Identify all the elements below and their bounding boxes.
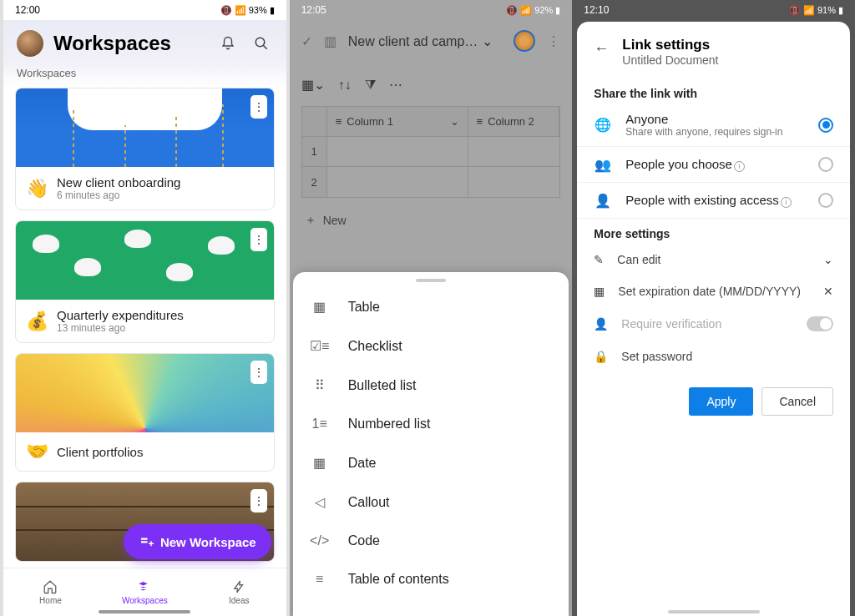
insert-table[interactable]: ▦Table: [293, 287, 569, 326]
calendar-icon: ▦: [311, 455, 328, 471]
ideas-icon: [231, 579, 246, 594]
home-indicator: [668, 610, 760, 613]
home-indicator: [99, 610, 190, 613]
info-icon[interactable]: i: [781, 197, 792, 208]
card-image: ⋮: [16, 221, 274, 300]
apply-button[interactable]: Apply: [689, 387, 753, 416]
setting-verify: 👤 Require verification: [577, 307, 850, 341]
status-bar: 12:10 📵 📶 91%▮: [572, 0, 855, 20]
card-title: Client portfolios: [57, 445, 143, 459]
insert-sheet: ▦Table ☑≡Checklist ⠿Bulleted list 1≡Numb…: [293, 272, 569, 616]
sheet-header: ← Link settings Untitled Document: [577, 35, 850, 78]
breadcrumb: Workspaces: [3, 63, 286, 88]
option-anyone[interactable]: 🌐 Anyone Share with anyone, requires sig…: [577, 104, 850, 147]
card-meta: 6 minutes ago: [57, 189, 180, 201]
lock-icon: 🔒: [594, 350, 608, 363]
card-menu-icon[interactable]: ⋮: [250, 361, 267, 384]
section-share: Share the link with: [577, 78, 850, 104]
status-bar: 12:00 📵 📶 93%▮: [3, 0, 286, 20]
insert-bulleted[interactable]: ⠿Bulleted list: [293, 366, 569, 405]
checklist-icon: ☑≡: [311, 338, 328, 354]
insert-date[interactable]: ▦Date: [293, 443, 569, 482]
person-icon: 👤: [594, 191, 612, 210]
setting-expiry[interactable]: ▦ Set expiration date (MM/DD/YYYY) ✕: [577, 275, 850, 307]
workspace-card[interactable]: ⋮ 💰 Quarterly expenditures 13 minutes ag…: [15, 220, 275, 343]
chevron-down-icon: ⌄: [482, 34, 493, 48]
sheet-subtitle: Untitled Document: [622, 53, 718, 67]
card-menu-icon[interactable]: ⋮: [250, 489, 267, 512]
avatar[interactable]: [514, 30, 535, 52]
workspace-card[interactable]: ⋮ 👋 New client onboarding 6 minutes ago: [15, 88, 275, 210]
card-title: New client onboarding: [57, 175, 180, 189]
moneybag-icon: 💰: [26, 311, 48, 332]
cancel-button[interactable]: Cancel: [761, 387, 833, 416]
clock: 12:05: [301, 4, 326, 16]
card-image: ⋮: [16, 354, 274, 432]
search-icon[interactable]: [250, 32, 273, 55]
nav-ideas[interactable]: Ideas: [192, 568, 286, 616]
more-icon[interactable]: ⋮: [547, 33, 560, 49]
clock: 12:10: [584, 4, 609, 16]
bullets-icon: ⠿: [311, 377, 328, 393]
nav-home[interactable]: Home: [3, 568, 98, 616]
setting-password[interactable]: 🔒 Set password: [577, 341, 850, 372]
card-meta: 13 minutes ago: [57, 322, 184, 334]
app-header: Workspaces: [3, 20, 286, 63]
people-gear-icon: 👥: [594, 155, 612, 174]
radio-selected[interactable]: [818, 118, 833, 133]
option-choose[interactable]: 👥 People you choosei: [577, 147, 850, 183]
home-icon: [43, 579, 58, 594]
code-icon: </>: [311, 533, 328, 548]
check-icon[interactable]: ✓: [301, 33, 312, 49]
doc-header: ✓ ▥ New client ad camp… ⌄ ⋮: [290, 20, 573, 62]
calendar-icon: ▦: [594, 285, 605, 298]
card-title: Quarterly expenditures: [57, 308, 184, 322]
status-icons: 📵 📶 92%▮: [506, 5, 560, 16]
megaphone-icon: ◁: [311, 494, 328, 510]
handshake-icon: 🤝: [26, 441, 48, 462]
sheet-handle[interactable]: [416, 279, 446, 282]
page-icon[interactable]: ▥: [324, 33, 336, 49]
bottom-nav: Home Workspaces Ideas: [3, 568, 286, 616]
clock: 12:00: [15, 4, 40, 16]
status-bar: 12:05 📵 📶 92%▮: [290, 0, 573, 20]
toc-icon: ≡: [311, 572, 328, 587]
insert-code[interactable]: </>Code: [293, 522, 569, 560]
workspace-card[interactable]: ⋮ 🤝 Client portfolios: [15, 353, 275, 472]
card-list: ⋮ 👋 New client onboarding 6 minutes ago …: [3, 88, 286, 568]
radio[interactable]: [818, 157, 833, 172]
workspaces-icon: [137, 579, 152, 594]
insert-checklist[interactable]: ☑≡Checklist: [293, 326, 569, 366]
card-menu-icon[interactable]: ⋮: [250, 95, 267, 119]
svg-point-0: [255, 38, 265, 47]
avatar[interactable]: [17, 30, 43, 57]
nav-workspaces[interactable]: Workspaces: [98, 568, 192, 616]
bell-icon[interactable]: [216, 32, 240, 55]
new-workspace-button[interactable]: New Workspace: [124, 524, 271, 559]
chevron-down-icon: ⌄: [823, 253, 833, 266]
back-icon[interactable]: ←: [594, 40, 609, 58]
phone-editor: 12:05 📵 📶 92%▮ ✓ ▥ New client ad camp… ⌄…: [290, 0, 573, 616]
section-more: More settings: [577, 219, 850, 244]
status-icons: 📵 📶 93%▮: [220, 5, 275, 16]
card-menu-icon[interactable]: ⋮: [250, 228, 267, 251]
settings-sheet: ← Link settings Untitled Document Share …: [577, 22, 850, 616]
pencil-icon: ✎: [594, 253, 604, 266]
insert-toc[interactable]: ≡Table of contents: [293, 560, 569, 598]
insert-numbered[interactable]: 1≡Numbered list: [293, 405, 569, 443]
status-icons: 📵 📶 91%▮: [789, 5, 843, 16]
insert-callout[interactable]: ◁Callout: [293, 482, 569, 522]
option-existing[interactable]: 👤 People with existing accessi: [577, 183, 850, 219]
table-icon: ▦: [311, 299, 328, 315]
page-title: Workspaces: [53, 32, 206, 55]
radio[interactable]: [818, 193, 833, 208]
sheet-title: Link settings: [622, 37, 718, 53]
globe-icon: 🌐: [594, 116, 612, 134]
setting-can-edit[interactable]: ✎ Can edit ⌄: [577, 244, 850, 275]
close-icon[interactable]: ✕: [823, 285, 833, 298]
person-icon: 👤: [594, 317, 608, 331]
doc-title[interactable]: New client ad camp… ⌄: [348, 33, 503, 49]
phone-workspaces: 12:00 📵 📶 93%▮ Workspaces Workspaces ⋮ 👋…: [3, 0, 286, 616]
toggle: [807, 316, 833, 331]
info-icon[interactable]: i: [734, 161, 745, 172]
